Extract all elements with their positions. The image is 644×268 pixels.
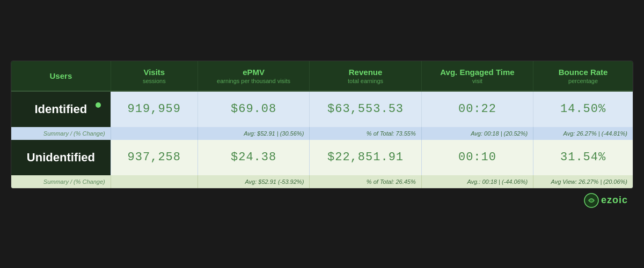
identified-bounce: 14.50%: [533, 91, 633, 127]
identified-summary-revenue: % of Total: 73.55%: [310, 127, 421, 140]
data-table: Users Visits sessions ePMV earnings per …: [11, 61, 633, 188]
ezoic-logo-text: ezoic: [601, 195, 628, 206]
unidentified-summary-label: Summary / (% Change): [11, 175, 111, 188]
unidentified-row: Unidentified 937,258 $24.38 $22,851.91 0…: [11, 140, 633, 175]
unidentified-summary-epmv: Avg: $52.91 (-53.92%): [197, 175, 309, 188]
identified-summary-row: Summary / (% Change) Avg: $52.91 | (30.5…: [11, 127, 633, 140]
main-table-wrapper: Users Visits sessions ePMV earnings per …: [11, 61, 633, 189]
identified-summary-visits: [111, 127, 197, 140]
col-header-users: Users: [11, 61, 111, 91]
identified-summary-epmv: Avg: $52.91 | (30.56%): [197, 127, 309, 140]
ezoic-logo: ezoic: [584, 193, 628, 208]
unidentified-visits: 937,258: [111, 140, 197, 175]
unidentified-summary-visits: [111, 175, 197, 188]
header-row: Users Visits sessions ePMV earnings per …: [11, 61, 633, 91]
identified-engaged: 00:22: [421, 91, 533, 127]
logo-area: ezoic: [11, 189, 633, 208]
col-header-epmv: ePMV earnings per thousand visits: [197, 61, 309, 91]
unidentified-summary-bounce: Avg View: 26.27% | (20.06%): [533, 175, 633, 188]
ezoic-icon: [584, 193, 599, 208]
unidentified-label-cell: Unidentified: [11, 140, 111, 175]
col-header-bounce: Bounce Rate percentage: [533, 61, 633, 91]
unidentified-revenue: $22,851.91: [310, 140, 421, 175]
unidentified-summary-row: Summary / (% Change) Avg: $52.91 (-53.92…: [11, 175, 633, 188]
col-header-revenue: Revenue total earnings: [310, 61, 421, 91]
identified-summary-label: Summary / (% Change): [11, 127, 111, 140]
identified-label-cell: Identified: [11, 91, 111, 127]
col-header-engaged: Avg. Engaged Time visit: [421, 61, 533, 91]
unidentified-summary-engaged: Avg.: 00:18 | (-44.06%): [421, 175, 533, 188]
identified-badge-icon: [96, 102, 101, 108]
unidentified-epmv: $24.38: [197, 140, 309, 175]
col-header-visits: Visits sessions: [111, 61, 197, 91]
unidentified-engaged: 00:10: [421, 140, 533, 175]
identified-revenue: $63,553.53: [310, 91, 421, 127]
identified-epmv: $69.08: [197, 91, 309, 127]
identified-summary-engaged: Avg: 00:18 | (20.52%): [421, 127, 533, 140]
identified-summary-bounce: Avg: 26.27% | (-44.81%): [533, 127, 633, 140]
identified-row: Identified 919,959 $69.08 $63,553.53 00:…: [11, 91, 633, 127]
unidentified-summary-revenue: % of Total: 26.45%: [310, 175, 421, 188]
unidentified-bounce: 31.54%: [533, 140, 633, 175]
identified-visits: 919,959: [111, 91, 197, 127]
